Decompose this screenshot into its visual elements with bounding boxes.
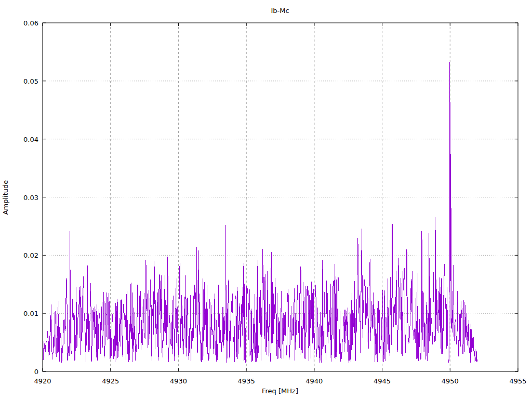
y-axis-label: Amplitude [2, 180, 9, 215]
x-tick-label: 4950 [442, 377, 459, 385]
x-tick-label: 4945 [374, 377, 391, 385]
series-line [43, 62, 478, 363]
series-layer [43, 62, 478, 363]
y-tick-label: 0.02 [23, 251, 38, 259]
x-tick-label: 4940 [305, 377, 323, 385]
y-tick-label: 0.01 [23, 310, 38, 317]
x-tick-label: 4920 [34, 377, 51, 385]
x-tick-label: 4935 [238, 377, 255, 385]
x-tick-label: 4955 [509, 377, 526, 385]
y-tick-label: 0.03 [23, 194, 38, 202]
x-tick-label: 4930 [170, 377, 187, 385]
x-axis-label: Freq [MHz] [262, 387, 298, 395]
y-tick-label: 0.04 [23, 136, 38, 143]
x-tick-label: 4925 [102, 377, 119, 385]
chart-title: Ib-Mc [271, 7, 289, 15]
spectrum-chart: 4920492549304935494049454950495500.010.0… [0, 0, 532, 399]
chart-figure: 4920492549304935494049454950495500.010.0… [0, 0, 532, 399]
y-tick-label: 0.06 [23, 19, 38, 27]
y-tick-label: 0.05 [23, 77, 38, 85]
y-tick-label: 0 [34, 368, 38, 376]
